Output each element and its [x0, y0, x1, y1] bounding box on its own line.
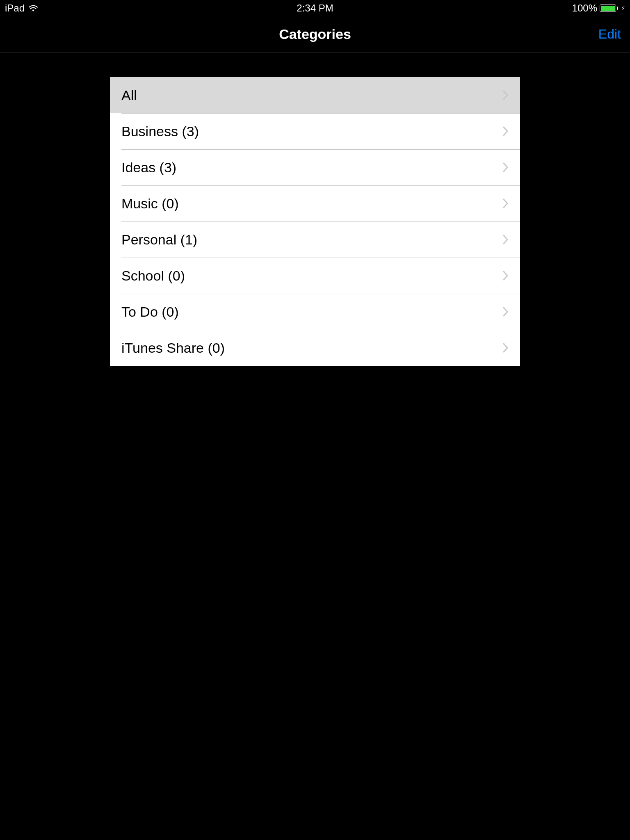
category-row-all[interactable]: All [110, 77, 520, 113]
status-right: 100% ⚡︎ [572, 2, 625, 14]
battery-icon [600, 5, 618, 12]
category-label: Music (0) [121, 196, 179, 212]
category-row-ideas[interactable]: Ideas (3) [110, 149, 520, 185]
chevron-right-icon [503, 271, 509, 281]
chevron-right-icon [503, 162, 509, 172]
category-list: All Business (3) Ideas (3) Music (0) Per [110, 77, 520, 366]
chevron-right-icon [503, 307, 509, 317]
category-row-business[interactable]: Business (3) [110, 113, 520, 149]
category-row-itunes-share[interactable]: iTunes Share (0) [110, 330, 520, 366]
status-left: iPad [5, 2, 39, 14]
category-label: To Do (0) [121, 304, 179, 320]
chevron-right-icon [503, 343, 509, 353]
category-label: Ideas (3) [121, 160, 176, 176]
category-row-music[interactable]: Music (0) [110, 185, 520, 221]
chevron-right-icon [503, 235, 509, 244]
category-label: Personal (1) [121, 232, 197, 248]
chevron-right-icon [503, 199, 509, 208]
status-time: 2:34 PM [297, 2, 333, 14]
category-row-school[interactable]: School (0) [110, 258, 520, 294]
category-row-todo[interactable]: To Do (0) [110, 294, 520, 330]
charging-icon: ⚡︎ [621, 5, 625, 11]
category-label: iTunes Share (0) [121, 340, 225, 356]
edit-button[interactable]: Edit [598, 27, 621, 42]
nav-bar: Categories Edit [0, 16, 630, 52]
category-row-personal[interactable]: Personal (1) [110, 221, 520, 258]
category-label: Business (3) [121, 123, 199, 139]
content-area: All Business (3) Ideas (3) Music (0) Per [0, 52, 630, 366]
wifi-icon [28, 4, 39, 12]
chevron-right-icon [503, 126, 509, 136]
chevron-right-icon [503, 90, 509, 100]
device-label: iPad [5, 2, 25, 14]
status-bar: iPad 2:34 PM 100% ⚡︎ [0, 0, 630, 16]
page-title: Categories [279, 26, 351, 42]
battery-percent: 100% [572, 2, 597, 14]
category-label: All [121, 87, 137, 103]
category-label: School (0) [121, 268, 185, 284]
